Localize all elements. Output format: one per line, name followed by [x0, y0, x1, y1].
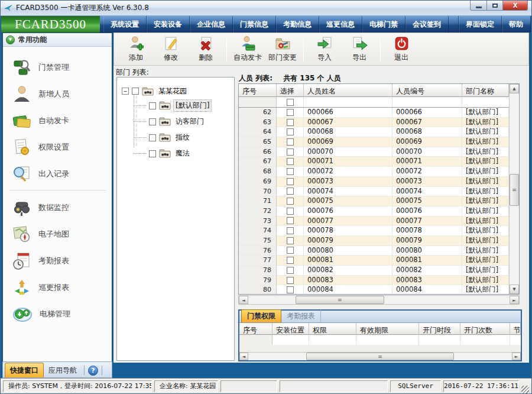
menu-item[interactable]: 帮助 [502, 16, 531, 33]
row-checkbox[interactable] [287, 257, 294, 264]
horizontal-scrollbar[interactable]: ◄ ≡ ► [238, 295, 520, 305]
export-button[interactable]: 导出 [342, 34, 377, 64]
row-checkbox[interactable] [287, 208, 294, 215]
edit-button[interactable]: 修改 [154, 34, 188, 64]
tree-child-label[interactable]: 指纹 [174, 132, 192, 143]
import-button[interactable]: 导入 [307, 34, 342, 64]
sidebar-item-elevator[interactable]: 电梯管理 [3, 301, 112, 327]
auto-card-button[interactable]: 自动发卡 [231, 34, 265, 64]
scroll-up-icon[interactable]: ▲ [510, 84, 519, 93]
sidebar-item-add-user[interactable]: 新增人员 [3, 80, 112, 107]
maximize-button[interactable] [487, 1, 503, 11]
menu-item[interactable]: 巡更信息 [319, 16, 362, 33]
table-row[interactable]: 77 000081 000081 [默认部门] [239, 256, 509, 266]
tree-child-checkbox[interactable] [149, 150, 156, 157]
row-checkbox[interactable] [287, 158, 294, 165]
tree-child-row[interactable]: 访客部门 [149, 114, 234, 130]
scroll-down-icon[interactable]: ▼ [510, 285, 519, 294]
menu-item[interactable]: 电梯门禁 [362, 16, 406, 33]
exit-button[interactable]: 退出 [384, 34, 419, 64]
table-row[interactable]: 66 000070 000070 [默认部门] [239, 147, 509, 157]
sidebar-item-records[interactable]: 出入记录 [3, 160, 112, 187]
table-row[interactable]: 80 000084 000084 [默认部门] [239, 285, 509, 294]
resize-grip[interactable] [521, 386, 529, 393]
row-checkbox[interactable] [287, 188, 294, 195]
tab-app-nav[interactable]: 应用导航 [44, 363, 82, 377]
tree-root-row[interactable]: − 某某花园 [122, 85, 234, 98]
tab-access-permission[interactable]: 门禁权限 [241, 309, 281, 322]
table-row[interactable]: 72 000076 000076 [默认部门] [239, 206, 509, 217]
scroll-thumb[interactable]: ≡ [306, 353, 454, 360]
scroll-left-icon[interactable]: ◄ [239, 296, 248, 304]
row-checkbox[interactable] [287, 168, 294, 175]
table-row[interactable]: 76 000080 000080 [默认部门] [239, 246, 509, 256]
tree-child-label[interactable]: 访客部门 [174, 116, 206, 127]
collapse-node-icon[interactable]: − [122, 88, 129, 95]
table-row[interactable]: 62 000066 000066 [默认部门] [239, 108, 509, 118]
table-row[interactable]: 73 000077 000077 [默认部门] [239, 217, 509, 227]
tree-child-label[interactable]: [默认部门] [174, 100, 211, 111]
col-header-open-count[interactable]: 开门次数 [460, 323, 510, 335]
col-header-select[interactable]: 选择 [277, 84, 304, 97]
tree-child-checkbox[interactable] [149, 102, 156, 109]
col-header-holiday[interactable]: 节假日 [510, 323, 521, 335]
table-row[interactable]: 70 000074 000074 [默认部门] [239, 187, 509, 197]
dept-change-button[interactable]: 部门变更 [265, 34, 300, 64]
tree-child-row[interactable]: 指纹 [149, 130, 234, 146]
row-checkbox[interactable] [287, 217, 294, 224]
scroll-right-icon[interactable]: ► [510, 296, 519, 304]
col-header-code[interactable]: 人员编号 [392, 84, 462, 97]
add-button[interactable]: 添加 [119, 34, 153, 64]
sidebar-item-auto-card[interactable]: 自动发卡 [3, 107, 112, 134]
menu-item[interactable]: 会议签到 [406, 16, 449, 33]
row-checkbox[interactable] [287, 277, 294, 284]
col-header-name[interactable]: 人员姓名 [304, 84, 392, 97]
table-row[interactable]: 69 000073 000073 [默认部门] [239, 177, 509, 187]
table-row[interactable]: 67 000071 000071 [默认部门] [239, 157, 509, 167]
table-row[interactable]: 78 000082 000082 [默认部门] [239, 266, 509, 276]
minimize-button[interactable] [470, 1, 487, 11]
table-row[interactable]: 65 000069 000069 [默认部门] [239, 137, 509, 147]
col-header-dept[interactable]: 部门名称 [462, 84, 509, 97]
row-checkbox[interactable] [287, 227, 294, 234]
row-checkbox[interactable] [287, 198, 294, 205]
select-all-checkbox[interactable] [287, 99, 294, 106]
row-checkbox[interactable] [287, 247, 294, 254]
row-checkbox[interactable] [287, 148, 294, 156]
row-checkbox[interactable] [287, 286, 294, 293]
col-header-open-period[interactable]: 开门时段 [419, 323, 460, 335]
tree-child-row[interactable]: [默认部门] [149, 98, 234, 114]
tree-child-row[interactable]: 魔法 [149, 146, 234, 162]
menu-item[interactable]: 企业信息 [190, 16, 233, 33]
tab-quick-window[interactable]: 快捷窗口 [5, 363, 44, 377]
table-row[interactable]: 74 000078 000078 [默认部门] [239, 226, 509, 236]
table-row[interactable]: 75 000079 000079 [默认部门] [239, 236, 509, 246]
col-header-location[interactable]: 安装位置 [273, 323, 309, 335]
table-row[interactable]: 63 000067 000067 [默认部门] [239, 118, 509, 128]
col-header-permission[interactable]: 权限 [309, 323, 356, 335]
tree-root-label[interactable]: 某某花园 [157, 86, 189, 97]
table-row[interactable]: 68 000072 000072 [默认部门] [239, 167, 509, 177]
detail-horizontal-scrollbar[interactable]: ◄ ≡ ► [239, 352, 521, 360]
table-row[interactable]: 71 000075 000075 [默认部门] [239, 196, 509, 206]
tree-child-checkbox[interactable] [149, 118, 156, 125]
sidebar-item-permission[interactable]: 权限设置 [3, 134, 112, 160]
menu-item[interactable]: 界面锁定 [458, 16, 502, 33]
table-row[interactable]: 64 000068 000068 [默认部门] [239, 127, 509, 137]
col-header-no[interactable]: 序号 [239, 84, 277, 97]
help-icon[interactable]: ? [88, 366, 98, 376]
sidebar-item-monitor[interactable]: 数据监控 [3, 194, 112, 221]
col-header-validity[interactable]: 有效期限 [356, 323, 419, 335]
tree-root-checkbox[interactable] [132, 88, 139, 95]
row-checkbox[interactable] [287, 237, 294, 244]
table-row[interactable]: 79 000083 000083 [默认部门] [239, 276, 509, 286]
tree-child-checkbox[interactable] [149, 134, 156, 141]
col-header-no[interactable]: 序号 [239, 323, 273, 335]
sidebar-item-attendance[interactable]: 考勤报表 [3, 247, 112, 274]
row-checkbox[interactable] [287, 178, 294, 185]
row-checkbox[interactable] [287, 109, 294, 116]
menu-item[interactable]: 考勤信息 [276, 16, 319, 33]
menu-item[interactable]: 系统设置 [103, 16, 147, 33]
collapse-button[interactable]: ▼ [6, 35, 15, 44]
vertical-scrollbar[interactable]: ▲ ≡ ▼ [509, 84, 519, 294]
